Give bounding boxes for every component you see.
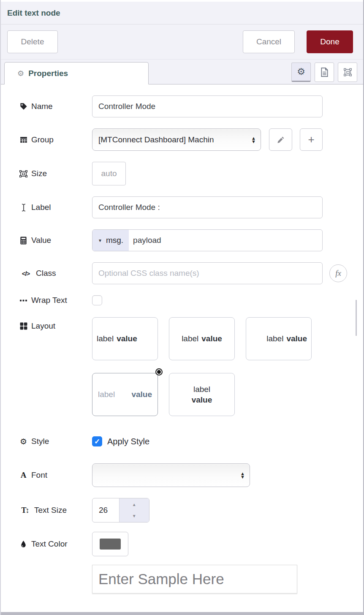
- select-updown-icon: ▲▼: [240, 472, 245, 479]
- class-placeholder: Optional CSS class name(s): [98, 269, 199, 278]
- done-button[interactable]: Done: [307, 30, 353, 53]
- class-input[interactable]: Optional CSS class name(s): [92, 262, 323, 284]
- layout-option-value-text: value: [286, 334, 307, 343]
- apply-style-label: Apply Style: [107, 437, 149, 446]
- ellipsis-icon: [19, 299, 27, 302]
- tab-properties-icon-button[interactable]: ⚙: [291, 63, 311, 82]
- delete-button[interactable]: Delete: [7, 30, 58, 53]
- size-row: Size auto: [19, 162, 363, 185]
- value-label-group: Value: [19, 236, 92, 245]
- tag-icon: [19, 103, 27, 110]
- sample-row: Enter Sample Here: [92, 565, 363, 593]
- layout-option-value-text: value: [201, 334, 222, 343]
- text-size-label: Text Size: [34, 506, 67, 515]
- tab-description-icon-button[interactable]: [315, 63, 334, 82]
- gear-icon: ⚙: [297, 67, 305, 76]
- tab-properties[interactable]: ⚙ Properties: [4, 62, 149, 84]
- layout-option-label-text: label: [97, 334, 114, 343]
- table-icon: [19, 136, 27, 144]
- document-icon: [321, 67, 329, 78]
- edit-text-node-dialog: Edit text node Delete Cancel Done ⚙ Prop…: [0, 0, 364, 615]
- style-label: Style: [31, 437, 49, 446]
- layout-option-value-text: value: [192, 395, 212, 405]
- name-label-group: Name: [19, 102, 92, 111]
- object-group-icon: [19, 170, 27, 177]
- layout-option-right[interactable]: label value: [246, 317, 312, 360]
- edit-group-button[interactable]: [269, 128, 292, 151]
- layout-option-center[interactable]: label value: [169, 317, 235, 360]
- text-color-button[interactable]: [92, 532, 128, 556]
- value-input[interactable]: payload: [129, 230, 322, 251]
- layout-option-label-text: label: [266, 334, 283, 343]
- spinner-up-icon[interactable]: ▲: [132, 502, 136, 507]
- value-typed-input[interactable]: ▼ msg. payload: [92, 229, 323, 251]
- wrap-text-row: Wrap Text: [19, 295, 363, 305]
- add-group-button[interactable]: +: [300, 128, 323, 151]
- text-color-label: Text Color: [31, 539, 68, 549]
- layout-option-value-text: value: [131, 390, 152, 399]
- font-label: Font: [31, 471, 47, 480]
- size-label: Size: [31, 169, 47, 178]
- group-select[interactable]: [MTConnect Dashboard] Machin ▲▼: [92, 128, 261, 151]
- value-row: Value ▼ msg. payload: [19, 229, 363, 251]
- size-auto-button[interactable]: auto: [92, 162, 126, 185]
- text-color-row: Text Color: [19, 532, 363, 556]
- gear-icon: ⚙: [17, 70, 24, 77]
- dialog-title: Edit text node: [7, 8, 60, 18]
- th-large-icon: [19, 322, 27, 330]
- label-label: Label: [31, 203, 51, 212]
- label-input[interactable]: Controller Mode :: [92, 196, 323, 218]
- select-updown-icon: ▲▼: [251, 136, 256, 143]
- apply-style-checkbox[interactable]: ✓: [92, 436, 102, 446]
- caret-down-icon: ▼: [98, 238, 102, 243]
- layout-row: Layout label value label value label val…: [19, 317, 363, 416]
- tab-icon-buttons: ⚙: [291, 63, 357, 82]
- layout-option-left[interactable]: label value: [92, 317, 158, 360]
- wrap-text-label: Wrap Text: [31, 296, 67, 305]
- wrap-text-label-group: Wrap Text: [19, 296, 92, 305]
- tint-icon: [19, 540, 27, 548]
- check-icon: ✓: [94, 437, 100, 446]
- label-row: Label Controller Mode :: [19, 196, 363, 218]
- class-row: </> Class Optional CSS class name(s) fx: [19, 262, 363, 284]
- text-size-label-group: T↕ Text Size: [19, 506, 92, 515]
- scrollbar-thumb[interactable]: [356, 300, 357, 336]
- plus-icon: +: [308, 133, 314, 146]
- text-size-row: T↕ Text Size 26 ▲ ▼: [19, 498, 363, 522]
- typed-input-type-label: msg.: [106, 236, 123, 245]
- font-row: A Font ▲▼: [19, 463, 363, 487]
- text-size-input[interactable]: 26: [92, 498, 119, 522]
- sample-input[interactable]: Enter Sample Here: [92, 565, 297, 593]
- wrap-text-checkbox[interactable]: [92, 295, 102, 305]
- selected-radio-icon: [155, 368, 163, 376]
- text-height-icon: T↕: [19, 506, 30, 515]
- layout-option-spread-selected[interactable]: label value: [92, 373, 158, 416]
- layout-options: label value label value label value labe…: [92, 317, 323, 416]
- dialog-header: Edit text node: [1, 2, 363, 24]
- group-select-value: [MTConnect Dashboard] Machin: [98, 135, 214, 144]
- gear-icon: ⚙: [19, 438, 27, 446]
- size-label-group: Size: [19, 169, 92, 178]
- layout-option-stacked[interactable]: label value: [169, 373, 235, 416]
- label-label-group: Label: [19, 203, 92, 212]
- calculator-icon: [19, 237, 27, 245]
- spinner-down-icon[interactable]: ▼: [132, 514, 136, 518]
- tab-appearance-icon-button[interactable]: [338, 63, 357, 82]
- dialog-bottom-edge: [1, 612, 363, 615]
- value-label: Value: [31, 236, 51, 245]
- font-select[interactable]: ▲▼: [92, 463, 250, 487]
- tab-bar: ⚙ Properties ⚙: [1, 60, 363, 84]
- fx-button[interactable]: fx: [329, 264, 347, 282]
- typed-input-type-select[interactable]: ▼ msg.: [92, 230, 129, 251]
- name-input[interactable]: Controller Mode: [92, 95, 323, 117]
- cancel-button[interactable]: Cancel: [243, 30, 295, 53]
- group-label: Group: [31, 135, 54, 144]
- code-icon: </>: [19, 270, 32, 277]
- tab-properties-label: Properties: [28, 69, 68, 78]
- text-size-spinner[interactable]: 26 ▲ ▼: [92, 498, 149, 522]
- spinner-buttons[interactable]: ▲ ▼: [119, 498, 149, 522]
- layout-option-label-text: label: [193, 385, 210, 394]
- layout-label: Layout: [31, 321, 55, 331]
- style-label-group: ⚙ Style: [19, 437, 92, 446]
- dialog-toolbar: Delete Cancel Done: [1, 24, 363, 60]
